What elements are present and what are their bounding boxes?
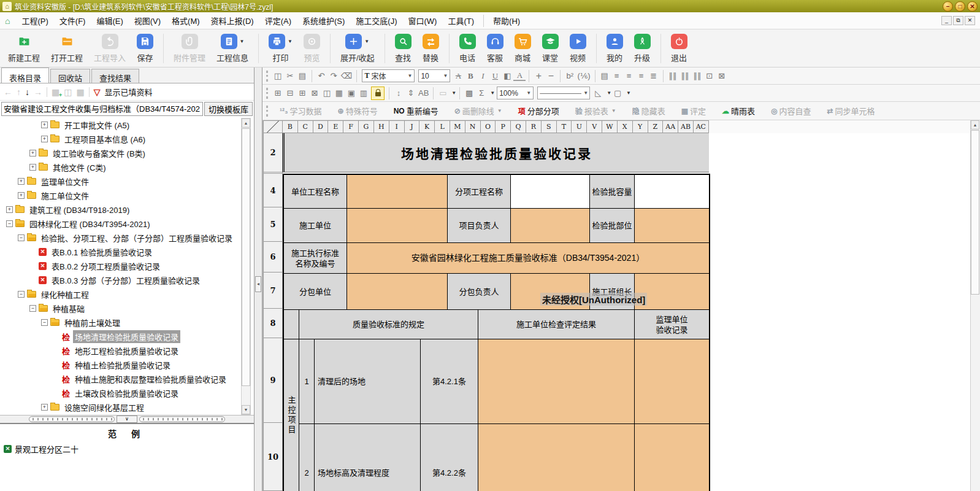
fill-color-icon[interactable]: ◧ [501, 70, 513, 82]
splitter-handle-right[interactable] [139, 416, 225, 422]
replace-button[interactable]: 替换 [417, 32, 445, 65]
template-library-field[interactable]: 安徽省建设工程文件收集与归档标准（DB34/T4574-202 [1, 102, 203, 116]
subitem-label-cell[interactable]: 分项工程名称 [448, 175, 511, 208]
row-header-2[interactable]: 2 [263, 133, 283, 172]
item-check-cell[interactable] [478, 339, 635, 423]
video-button[interactable]: 视频 [564, 32, 592, 65]
vertical-splitter[interactable]: ◂ [255, 68, 262, 491]
tree-item[interactable]: +监理单位文件 [0, 174, 250, 188]
collapse-icon[interactable]: − [18, 291, 25, 298]
main-control-cell[interactable]: 主控项目 [284, 339, 299, 491]
new-project-button[interactable]: 新建工程 [2, 32, 45, 65]
tree-item[interactable]: −种植基础 [0, 301, 250, 315]
zoom-select[interactable]: 100%▼ [497, 87, 534, 99]
spell-check-icon[interactable]: AB [417, 87, 430, 99]
column-header-Y[interactable]: Y [633, 120, 648, 133]
mdi-minimize-icon[interactable]: _ [941, 16, 952, 25]
column-header-J[interactable]: J [405, 120, 420, 133]
upgrade-button[interactable]: 升级 [629, 32, 656, 65]
my-account-button[interactable]: 我的 [601, 32, 629, 65]
regulation-header-cell[interactable]: 质量验收标准的规定 [299, 310, 478, 339]
重新编号-button[interactable]: NO重新编号 [394, 105, 438, 117]
splitter-handle-left[interactable] [29, 416, 115, 422]
mall-button[interactable]: 商城 [509, 32, 537, 65]
column-header-G[interactable]: G [359, 120, 374, 133]
tree-item[interactable]: 检种植土施肥和表层整理检验批质量验收记录 [0, 372, 250, 386]
close-icon[interactable]: ✕ [967, 1, 978, 12]
expand-icon[interactable]: + [29, 164, 36, 171]
toolbar-grip[interactable] [266, 106, 268, 117]
exit-button[interactable]: 退出 [665, 32, 693, 65]
tree-item[interactable]: 检地形工程检验批质量验收记录 [0, 344, 250, 358]
column-header-L[interactable]: L [435, 120, 450, 133]
expand-collapse-button[interactable]: ▼展开/收起 [335, 32, 380, 65]
item-clause-cell[interactable]: 第4.2.1条 [421, 339, 478, 423]
sum-icon[interactable]: Σ [475, 87, 488, 99]
table-style-icon[interactable]: ▩ [463, 87, 475, 99]
tree-item[interactable]: 检土壤改良检验批质量验收记录 [0, 386, 250, 400]
dropdown-arrow-icon[interactable]: ▼ [364, 39, 369, 44]
align-right-icon[interactable]: ≡ [635, 70, 648, 82]
panel-splitter[interactable]: ∨ [0, 415, 254, 423]
standard-label-cell[interactable]: 施工执行标准 名称及编号 [284, 243, 347, 273]
align-left-icon[interactable]: ≡ [611, 70, 623, 82]
scroll-up-icon[interactable]: ▲ [242, 118, 250, 128]
tree-item[interactable]: −检验批、分项工程、分部（子分部）工程质量验收记录 [0, 231, 250, 245]
capacity-value-cell[interactable] [635, 175, 709, 208]
menu-item[interactable]: 文件(F) [54, 13, 91, 28]
scroll-thumb[interactable] [242, 128, 250, 386]
col-spacing-icon[interactable]: ⇕ [405, 87, 417, 99]
menu-item[interactable]: 视图(V) [129, 13, 166, 28]
row-header-7[interactable]: 7 [263, 273, 283, 309]
row-header-10[interactable]: 10 [263, 423, 283, 491]
part-value-cell[interactable] [635, 209, 709, 242]
tree-item[interactable]: +工程项目基本信息 (A6) [0, 132, 250, 146]
column-header-I[interactable]: I [389, 120, 405, 133]
menu-item[interactable]: 系统维护(S) [297, 13, 350, 28]
sub-pm-label-cell[interactable]: 分包负责人 [448, 274, 511, 309]
phone-button[interactable]: 电话 [454, 32, 481, 65]
line-style-select[interactable]: ————————▼ [537, 87, 590, 99]
justify-icon[interactable]: ▤ [599, 70, 611, 82]
column-header-O[interactable]: O [481, 120, 496, 133]
chevron-down-icon[interactable]: ▼ [626, 90, 631, 96]
vertical-text-center-icon[interactable]: ∥∥ [679, 70, 691, 82]
column-header-F[interactable]: F [343, 120, 359, 133]
cut-icon[interactable]: ✂ [284, 70, 296, 82]
home-icon[interactable]: ⌂ [5, 16, 10, 26]
dropdown-arrow-icon[interactable]: ▼ [288, 39, 293, 44]
builder-label-cell[interactable]: 施工单位 [284, 209, 347, 242]
tree-item[interactable]: +其他文件 (C类) [0, 160, 250, 174]
column-header-B[interactable]: B [283, 120, 298, 133]
merge-cells-icon[interactable]: ▣ [345, 87, 358, 99]
chevron-down-icon[interactable]: ▼ [451, 90, 456, 96]
expand-icon[interactable]: + [41, 136, 48, 142]
分部分项-button[interactable]: 项分部分项 [518, 105, 559, 117]
font-size-select[interactable]: 10▼ [418, 69, 450, 82]
show-filled-docs-button[interactable]: 显示已填资料 [104, 86, 152, 98]
scroll-down-icon[interactable]: ▼ [242, 405, 250, 414]
align-distribute-icon[interactable]: ≣ [648, 70, 660, 82]
column-header-V[interactable]: V [587, 120, 602, 133]
tree-item[interactable]: 检场地清理检验批质量验收记录 [0, 330, 250, 344]
print-button[interactable]: ▼打印 [263, 32, 298, 65]
mdi-restore-icon[interactable]: ⧉ [953, 16, 963, 25]
column-header-X[interactable]: X [618, 120, 633, 133]
tree-item[interactable]: +设施空间绿化基层工程 [0, 400, 250, 414]
tree-item[interactable]: −园林绿化工程 (DB34/T3954-2021) [0, 217, 250, 231]
column-header-R[interactable]: R [526, 120, 542, 133]
dropdown-arrow-icon[interactable]: ▼ [240, 39, 245, 44]
item-supervision-cell[interactable] [635, 424, 709, 491]
scroll-thumb[interactable] [971, 130, 979, 295]
copy-icon[interactable]: ◫ [272, 70, 284, 82]
collapse-icon[interactable]: − [41, 319, 48, 326]
collapse-icon[interactable]: − [6, 220, 13, 227]
superscript-icon[interactable]: b² [564, 70, 576, 82]
split-cells-icon[interactable]: ▥ [358, 87, 370, 99]
scroll-up-icon[interactable]: ▲ [971, 120, 979, 130]
font-select[interactable]: T宋体▼ [362, 69, 415, 82]
menu-item[interactable]: 格式(M) [166, 13, 205, 28]
search-button[interactable]: 查找 [389, 32, 417, 65]
open-project-button[interactable]: 打开工程 [45, 32, 88, 65]
lock-cell-icon[interactable] [371, 87, 385, 100]
